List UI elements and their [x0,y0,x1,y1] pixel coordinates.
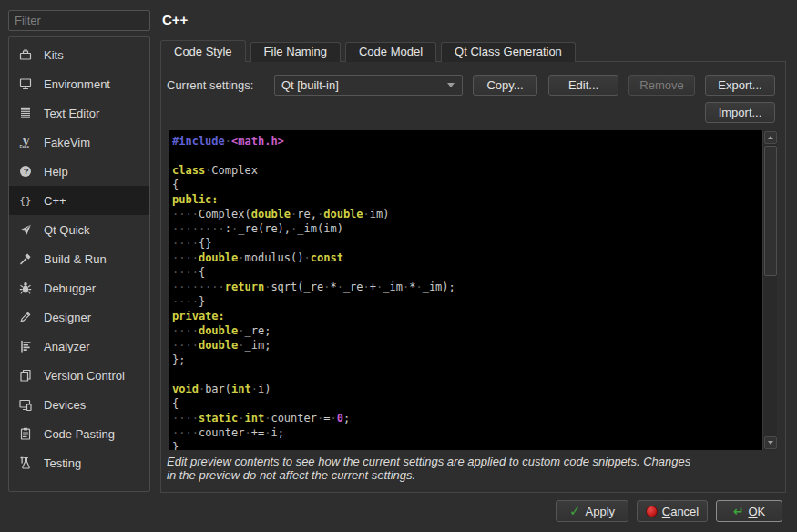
code-line: ········:·_re(re),·_im(im) [172,221,761,236]
code-line: ····{ [172,265,761,280]
sidebar-item-designer[interactable]: Designer [9,302,149,332]
paper-plane-icon [17,221,34,238]
code-style-combobox[interactable]: Qt [built-in] [274,75,463,96]
code-line: private: [172,309,761,323]
sidebar-item-label: Environment [44,77,110,91]
cancel-circle-icon [646,506,658,517]
code-text: #include·<math.h>class·Complex{public:··… [172,134,761,450]
combobox-value: Qt [built-in] [275,78,447,92]
sidebar-item-fakevim[interactable]: VFakeFakeVim [9,128,149,157]
code-line: { [172,178,761,192]
sidebar-item-label: Testing [44,456,81,470]
tab-qt-class-generation[interactable]: Qt Class Generation [441,42,576,62]
sidebar-item-label: Qt Quick [44,223,90,237]
code-line: #include·<math.h> [172,134,761,148]
pages-icon [17,367,34,384]
sidebar-item-help[interactable]: ?Help [9,157,149,186]
sidebar-item-devices[interactable]: Devices [9,390,149,419]
flask-icon [17,455,34,471]
sidebar-item-label: Debugger [44,281,96,295]
code-line: ········return·sqrt(_re·*·_re·+·_im·*·_i… [172,280,761,294]
sidebar-item-label: Build & Run [44,252,107,266]
sidebar-item-label: Code Pasting [44,427,115,441]
remove-button[interactable]: Remove [628,75,695,96]
dialog-buttons: ✓ Apply Cancel ↵ OK [556,500,782,522]
code-line [172,367,761,382]
code-line: void·bar(int·i) [172,382,761,396]
code-line [172,148,761,163]
code-line: class·Complex [172,163,761,178]
code-line: }; [172,353,761,367]
scroll-up-button[interactable] [764,131,777,144]
import-button[interactable]: Import... [705,102,775,123]
code-line: ····counter·+=·i; [172,425,761,440]
cancel-button[interactable]: Cancel [637,500,708,522]
sidebar-item-kits[interactable]: Kits [9,40,149,69]
sidebar-item-text-editor[interactable]: Text Editor [9,98,149,128]
cancel-label: Cancel [662,505,699,518]
svg-text:{}: {} [19,195,31,207]
cancel-label-rest: ancel [670,505,699,518]
analyzer-bars-icon [17,338,34,354]
scroll-down-button[interactable] [764,436,777,449]
svg-text:Fake: Fake [20,145,30,149]
sidebar-item-analyzer[interactable]: Analyzer [9,332,149,361]
sidebar-item-code-pasting[interactable]: Code Pasting [9,419,149,448]
sidebar-item-label: FakeVim [44,136,90,149]
code-line: ····double·modulus()·const [172,251,761,265]
cpp-braces-icon: {} [17,192,34,209]
edit-button[interactable]: Edit... [548,75,618,96]
code-line: ····static·int·counter·=·0; [172,411,761,425]
sidebar-item-version-control[interactable]: Version Control [9,361,149,390]
code-line: ····double·_re; [172,323,761,338]
apply-label: Apply [586,505,616,518]
tab-file-naming[interactable]: File Naming [250,42,341,62]
tab-code-style[interactable]: Code Style [160,40,246,62]
sidebar-item-label: Designer [44,311,91,324]
ok-button[interactable]: ↵ OK [716,500,782,522]
ok-label: OK [748,505,765,518]
helper-line-1: Edit preview contents to see how the cur… [167,455,779,468]
code-line: ····} [172,294,761,309]
tab-code-model[interactable]: Code Model [345,42,436,62]
text-editor-icon [17,105,34,121]
ok-label-rest: K [758,505,766,518]
apply-button[interactable]: ✓ Apply [556,500,628,522]
sidebar-item-environment[interactable]: Environment [9,69,149,98]
sidebar-item-debugger[interactable]: Debugger [9,273,149,302]
code-line: ····double·_im; [172,338,761,353]
code-line: ····{} [172,236,761,251]
vertical-scrollbar[interactable] [762,130,777,450]
filter-input[interactable] [8,10,150,31]
environment-icon [17,76,34,92]
sidebar-item-build-run[interactable]: Build & Run [9,244,149,273]
triangle-down-icon [768,441,773,445]
sidebar-item-testing[interactable]: Testing [9,448,149,477]
triangle-up-icon [768,136,773,139]
category-list: KitsEnvironmentText EditorVFakeFakeVim?H… [8,36,150,492]
sidebar-item-label: Help [44,165,68,179]
enter-arrow-icon: ↵ [733,505,744,517]
sidebar-item-label: Devices [44,398,86,412]
cancel-mnemonic: C [662,505,670,518]
export-button[interactable]: Export... [705,75,775,96]
options-dialog: KitsEnvironmentText EditorVFakeFakeVim?H… [0,0,797,532]
check-icon: ✓ [569,505,581,518]
sidebar-item-qt-quick[interactable]: Qt Quick [9,215,149,244]
hammer-icon [17,251,34,267]
scrollbar-thumb[interactable] [764,146,777,276]
kits-icon [17,46,34,63]
copy-button[interactable]: Copy... [473,75,537,96]
ok-mnemonic: O [748,505,757,518]
fakevim-icon: VFake [17,134,34,150]
tab-bar: Code StyleFile NamingCode ModelQt Class … [160,40,576,62]
devices-icon [17,396,34,413]
code-style-pane: Current settings: Qt [built-in] Copy... … [160,61,786,493]
helper-line-2: in the preview do not affect the current… [167,468,779,482]
clipboard-icon [17,425,34,442]
code-line: ····Complex(double·re,·double·im) [172,207,761,221]
sidebar-item-c++[interactable]: {}C++ [9,186,149,215]
current-settings-label: Current settings: [167,75,253,96]
code-preview-editor[interactable]: #include·<math.h>class·Complex{public:··… [169,130,777,450]
pencil-icon [17,309,34,325]
